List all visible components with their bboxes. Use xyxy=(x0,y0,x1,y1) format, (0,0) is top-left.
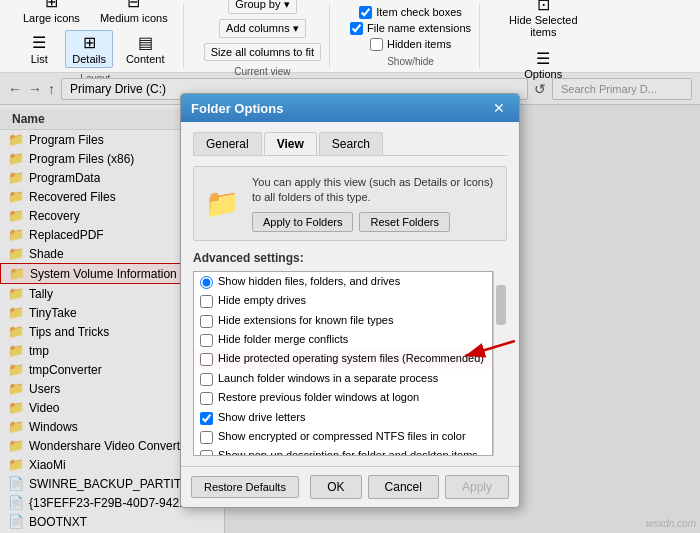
folder-options-dialog: Folder Options ✕ General View Search 📁 Y… xyxy=(180,93,520,508)
restore-defaults-btn[interactable]: Restore Defaults xyxy=(191,476,299,498)
show-hide-label: Show/hide xyxy=(387,56,434,67)
adv-item-text: Hide extensions for known file types xyxy=(218,313,486,328)
advanced-list-item[interactable]: Show hidden files, folders, and drives xyxy=(194,272,492,291)
checkbox-input-3[interactable] xyxy=(200,334,213,347)
dialog-title: Folder Options xyxy=(191,101,283,116)
folder-views-section: 📁 You can apply this view (such as Detai… xyxy=(193,166,507,241)
file-name-ext-row: File name extensions xyxy=(350,22,471,35)
adv-item-text: Hide empty drives xyxy=(218,293,486,308)
folder-views-buttons: Apply to Folders Reset Folders xyxy=(252,212,498,232)
red-arrow xyxy=(460,336,515,366)
adv-item-text: Show hidden files, folders, and drives xyxy=(218,274,486,289)
hidden-items-checkbox[interactable] xyxy=(370,38,383,51)
watermark: wsxdn.com xyxy=(646,518,696,529)
toolbar: ⊞ Large icons ⊟ Medium icons ☰ List ⊞ De… xyxy=(0,0,700,73)
hide-selected-group: ⊡ Hide Selected items ☰ Options xyxy=(492,4,595,68)
hidden-items-row: Hidden items xyxy=(370,38,451,51)
svg-line-1 xyxy=(465,341,515,356)
dialog-tabs: General View Search xyxy=(193,132,507,156)
details-btn[interactable]: ⊞ Details xyxy=(65,30,113,68)
show-hide-group: Item check boxes File name extensions Hi… xyxy=(342,4,480,68)
advanced-settings-label: Advanced settings: xyxy=(193,251,507,265)
large-icons-btn[interactable]: ⊞ Large icons xyxy=(16,0,87,27)
adv-item-text: Launch folder windows in a separate proc… xyxy=(218,371,486,386)
content-btn[interactable]: ▤ Content xyxy=(119,30,172,68)
medium-icons-icon: ⊟ xyxy=(127,0,140,11)
file-name-ext-checkbox[interactable] xyxy=(350,22,363,35)
advanced-list-item[interactable]: Show encrypted or compressed NTFS files … xyxy=(194,427,492,446)
advanced-list-item[interactable]: Hide empty drives xyxy=(194,291,492,310)
checkbox-input-2[interactable] xyxy=(200,315,213,328)
adv-item-text: Hide protected operating system files (R… xyxy=(218,351,486,366)
hide-selected-btn[interactable]: ⊡ Hide Selected items xyxy=(500,0,587,43)
item-checkboxes-checkbox[interactable] xyxy=(359,6,372,19)
advanced-list-item[interactable]: Restore previous folder windows at logon xyxy=(194,388,492,407)
advanced-list-item[interactable]: Hide protected operating system files (R… xyxy=(194,349,492,368)
medium-icons-btn[interactable]: ⊟ Medium icons xyxy=(93,0,175,27)
dialog-overlay: Folder Options ✕ General View Search 📁 Y… xyxy=(0,73,700,533)
item-checkboxes-row: Item check boxes xyxy=(359,6,462,19)
folder-preview-icon: 📁 xyxy=(202,183,242,223)
large-icons-icon: ⊞ xyxy=(45,0,58,11)
checkbox-input-9[interactable] xyxy=(200,450,213,455)
advanced-list-item[interactable]: Hide extensions for known file types xyxy=(194,311,492,330)
options-icon: ☰ xyxy=(536,49,550,68)
folder-views-text: You can apply this view (such as Details… xyxy=(252,175,498,206)
checkbox-input-5[interactable] xyxy=(200,373,213,386)
advanced-list-item[interactable]: Show pop-up description for folder and d… xyxy=(194,446,492,455)
apply-btn[interactable]: Apply xyxy=(445,475,509,499)
current-view-group: Group by ▾ Add columns ▾ Size all column… xyxy=(196,4,330,68)
details-icon: ⊞ xyxy=(83,33,96,52)
list-icon: ☰ xyxy=(32,33,46,52)
adv-item-text: Show encrypted or compressed NTFS files … xyxy=(218,429,486,444)
tab-view[interactable]: View xyxy=(264,132,317,155)
dialog-action-buttons: OK Cancel Apply xyxy=(310,475,509,499)
dialog-footer: Restore Defaults OK Cancel Apply xyxy=(181,466,519,507)
adv-item-text: Restore previous folder windows at logon xyxy=(218,390,486,405)
group-by-btn[interactable]: Group by ▾ xyxy=(228,0,296,14)
hide-selected-icon: ⊡ xyxy=(537,0,550,14)
dialog-title-bar: Folder Options ✕ xyxy=(181,94,519,122)
advanced-list: Show hidden files, folders, and drivesHi… xyxy=(193,271,493,456)
size-all-btn[interactable]: Size all columns to fit xyxy=(204,43,321,61)
dialog-content: General View Search 📁 You can apply this… xyxy=(181,122,519,466)
adv-item-text: Hide folder merge conflicts xyxy=(218,332,486,347)
checkbox-input-1[interactable] xyxy=(200,295,213,308)
advanced-list-item[interactable]: Hide folder merge conflicts xyxy=(194,330,492,349)
tab-search[interactable]: Search xyxy=(319,132,383,155)
list-btn[interactable]: ☰ List xyxy=(19,30,59,68)
add-columns-btn[interactable]: Add columns ▾ xyxy=(219,19,306,38)
apply-to-folders-btn[interactable]: Apply to Folders xyxy=(252,212,353,232)
checkbox-input-7[interactable] xyxy=(200,412,213,425)
checkbox-input-4[interactable] xyxy=(200,353,213,366)
dialog-close-btn[interactable]: ✕ xyxy=(489,100,509,116)
scroll-thumb xyxy=(496,285,506,325)
radio-input-0[interactable] xyxy=(200,276,213,289)
cancel-btn[interactable]: Cancel xyxy=(368,475,439,499)
main-area: Name 📁Program Files📁Program Files (x86)📁… xyxy=(0,105,700,533)
ok-btn[interactable]: OK xyxy=(310,475,361,499)
advanced-list-item[interactable]: Launch folder windows in a separate proc… xyxy=(194,369,492,388)
reset-folders-btn[interactable]: Reset Folders xyxy=(359,212,449,232)
advanced-list-item[interactable]: Show drive letters xyxy=(194,408,492,427)
adv-item-text: Show pop-up description for folder and d… xyxy=(218,448,486,455)
checkbox-input-8[interactable] xyxy=(200,431,213,444)
checkbox-input-6[interactable] xyxy=(200,392,213,405)
adv-item-text: Show drive letters xyxy=(218,410,486,425)
content-icon: ▤ xyxy=(138,33,153,52)
layout-group: ⊞ Large icons ⊟ Medium icons ☰ List ⊞ De… xyxy=(8,4,184,68)
tab-general[interactable]: General xyxy=(193,132,262,155)
